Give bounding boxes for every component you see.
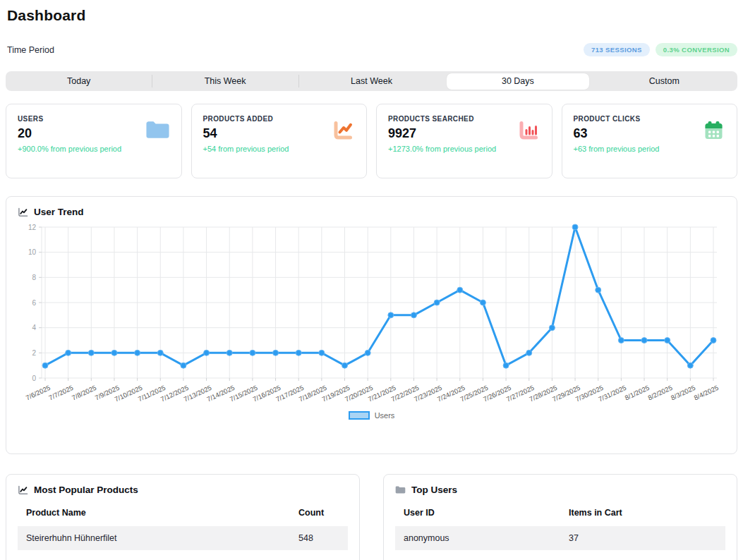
- table-cell: 10: [290, 552, 348, 560]
- table-cell: anonymous: [395, 526, 560, 552]
- page-title: Dashboard: [7, 7, 737, 24]
- svg-text:4: 4: [32, 324, 36, 331]
- top-users-title-text: Top Users: [411, 485, 457, 495]
- tab-custom[interactable]: Custom: [591, 71, 737, 91]
- stat-card-products-searched: PRODUCTS SEARCHED9927+1273.0% from previ…: [376, 104, 552, 178]
- legend-swatch: [349, 411, 370, 420]
- sessions-badge: 713 SESSIONS: [584, 43, 650, 56]
- column-header: User ID: [395, 501, 560, 526]
- user-trend-panel: User Trend 0246810127/6/20257/7/20257/8/…: [6, 196, 737, 454]
- conversion-badge: 0.3% CONVERSION: [656, 43, 737, 56]
- stat-delta: +900.0% from previous period: [18, 145, 170, 153]
- popular-products-table: Product NameCountSteirerhuhn Hühnerfilet…: [18, 501, 348, 560]
- tab-last-week[interactable]: Last Week: [298, 71, 445, 91]
- user-trend-panel-title: User Trend: [18, 207, 725, 217]
- time-period-header: Time Period 713 SESSIONS0.3% CONVERSION: [6, 43, 737, 56]
- top-users-panel: Top Users User IDItems in Cartanonymous3…: [383, 474, 737, 560]
- stat-cards: USERS20+900.0% from previous periodPRODU…: [6, 104, 737, 178]
- popular-products-title-row: Most Popular Products: [18, 485, 348, 495]
- tab-today[interactable]: Today: [6, 71, 152, 91]
- user-trend-title-text: User Trend: [34, 207, 84, 217]
- table-header-row: User IDItems in Cart: [395, 501, 725, 526]
- trend-orange-icon: [331, 119, 355, 145]
- dashboard-page: Dashboard Time Period 713 SESSIONS0.3% C…: [0, 0, 743, 560]
- svg-text:8/2/2025: 8/2/2025: [646, 384, 673, 402]
- column-header: Count: [290, 501, 348, 526]
- table-cell: Steirerhuhn Hühnerfilet: [18, 526, 290, 552]
- bar-chart-red-icon: [517, 119, 540, 145]
- bottom-panels: Most Popular Products Product NameCountS…: [6, 474, 737, 560]
- svg-text:7/7/2025: 7/7/2025: [47, 384, 74, 402]
- top-users-table: User IDItems in Cartanonymous37testUser1…: [395, 501, 725, 560]
- svg-text:8/1/2025: 8/1/2025: [624, 384, 651, 402]
- svg-text:12: 12: [28, 224, 37, 231]
- svg-text:8/4/2025: 8/4/2025: [693, 384, 720, 402]
- svg-text:7/8/2025: 7/8/2025: [71, 384, 97, 402]
- svg-text:8/3/2025: 8/3/2025: [670, 384, 696, 402]
- time-period-label: Time Period: [6, 45, 54, 55]
- stat-delta: +54 from previous period: [203, 145, 356, 153]
- tab-30-days[interactable]: 30 Days: [447, 73, 589, 90]
- chart-legend: Users: [18, 411, 725, 420]
- folder-blue-icon: [145, 119, 170, 143]
- time-period-tabs: TodayThis WeekLast Week30 DaysCustom: [6, 71, 737, 91]
- chart-area: 0246810127/6/20257/7/20257/8/20257/9/202…: [18, 221, 725, 420]
- trend-icon: [18, 207, 28, 217]
- table-header-row: Product NameCount: [18, 501, 348, 526]
- stat-delta: +1273.0% from previous period: [388, 145, 540, 153]
- stat-delta: +63 from previous period: [574, 145, 726, 153]
- column-header: Product Name: [18, 501, 290, 526]
- table-cell: 37: [560, 526, 725, 552]
- svg-text:0: 0: [32, 375, 36, 382]
- table-cell: Wiesbauer Gourmet Karree-Steak vom Schwe…: [18, 552, 290, 560]
- column-header: Items in Cart: [560, 501, 725, 526]
- svg-text:8: 8: [32, 274, 36, 281]
- table-cell: 548: [290, 526, 348, 552]
- table-row: testUser17: [395, 552, 725, 560]
- stat-card-products-added: PRODUCTS ADDED54+54 from previous period: [191, 104, 368, 178]
- svg-text:2: 2: [32, 349, 36, 357]
- stat-card-product-clicks: PRODUCT CLICKS63+63 from previous period: [562, 104, 738, 178]
- header-badges: 713 SESSIONS0.3% CONVERSION: [584, 43, 737, 56]
- svg-text:6: 6: [32, 299, 36, 307]
- stat-card-users: USERS20+900.0% from previous period: [6, 104, 182, 178]
- popular-products-title-text: Most Popular Products: [34, 485, 138, 495]
- table-cell: 17: [560, 552, 725, 560]
- tab-this-week[interactable]: This Week: [152, 71, 298, 91]
- folder-icon: [395, 485, 406, 494]
- table-row: Steirerhuhn Hühnerfilet548: [18, 526, 348, 552]
- svg-text:10: 10: [28, 248, 37, 256]
- top-users-title-row: Top Users: [395, 485, 725, 495]
- table-row: Wiesbauer Gourmet Karree-Steak vom Schwe…: [18, 552, 348, 560]
- calendar-green-icon: [702, 119, 725, 145]
- trend-icon: [18, 485, 28, 495]
- user-trend-chart: 0246810127/6/20257/7/20257/8/20257/9/202…: [18, 221, 725, 410]
- table-row: anonymous37: [395, 526, 725, 552]
- table-cell: testUser: [395, 552, 560, 560]
- popular-products-panel: Most Popular Products Product NameCountS…: [6, 474, 360, 560]
- legend-label: Users: [375, 411, 395, 420]
- svg-text:7/6/2025: 7/6/2025: [25, 384, 52, 402]
